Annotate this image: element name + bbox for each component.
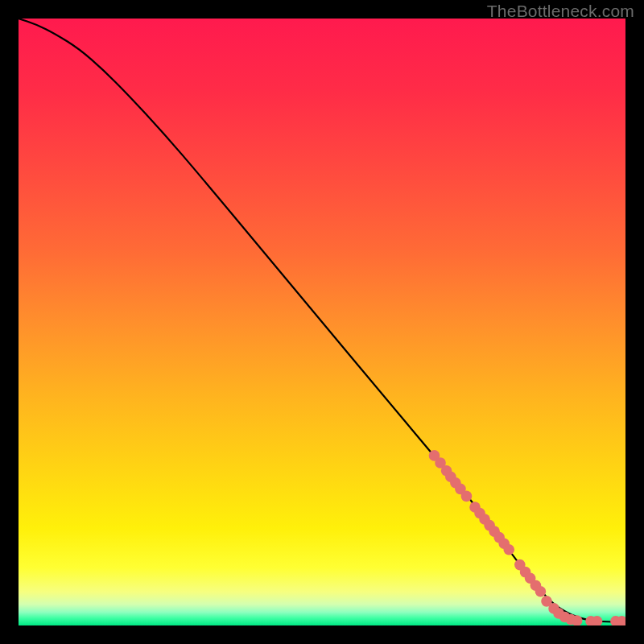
data-point — [461, 491, 473, 502]
chart-stage: TheBottleneck.com — [0, 0, 644, 644]
data-point — [535, 586, 547, 597]
plot-area — [19, 19, 625, 625]
data-points — [429, 450, 625, 625]
chart-svg — [19, 19, 625, 625]
data-point — [503, 544, 514, 555]
curve-line — [19, 19, 625, 621]
